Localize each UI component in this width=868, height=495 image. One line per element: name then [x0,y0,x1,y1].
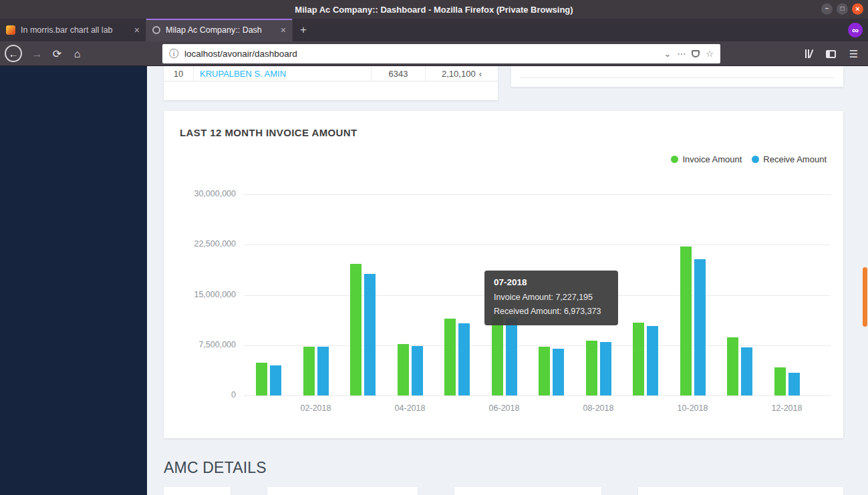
tooltip-title: 07-2018 [494,277,609,287]
bar-09-2018-invoice[interactable] [633,323,644,395]
customer-table-card: 10 KRUPALBEN S. AMIN 6343 2,10,100 ‹ [164,66,498,100]
bar-08-2018-invoice[interactable] [586,341,597,395]
pocket-icon[interactable] [692,50,700,57]
amc-card-fragment [454,487,601,495]
tab-favicon [152,26,160,34]
bar-03-2018-invoice[interactable] [350,264,361,395]
bar-07-2018-invoice[interactable] [539,347,550,395]
tab-close-icon[interactable]: × [134,25,140,35]
tooltip-invoice-line: Invoice Amount: 7,227,195 [494,291,609,305]
app-sidebar [0,66,147,495]
bar-04-2018-invoice[interactable] [398,344,409,395]
top-right-card [511,66,843,87]
bar-11-2018-receive[interactable] [741,347,752,395]
x-axis-label: 06-2018 [478,403,531,413]
bar-10-2018-invoice[interactable] [680,246,692,395]
home-button[interactable]: ⌂ [68,45,86,63]
bar-08-2018-receive[interactable] [600,342,611,395]
bar-01-2018-receive[interactable] [270,365,281,395]
page-content: 10 KRUPALBEN S. AMIN 6343 2,10,100 ‹ LAS… [0,66,868,495]
table-row: 10 KRUPALBEN S. AMIN 6343 2,10,100 ‹ [164,66,498,81]
row-divider [520,77,835,78]
chevron-down-icon[interactable]: ⌄ [664,49,671,59]
chart-card: LAST 12 MONTH INVOICE AMOUNT Invoice Amo… [164,111,843,438]
site-info-icon[interactable]: ⓘ [169,48,178,60]
url-input[interactable]: localhost/avonair/dashboard [184,49,658,59]
bar-07-2018-receive[interactable] [553,349,564,395]
x-axis-label: 02-2018 [289,403,343,413]
amount-trailing-icon: ‹ [479,69,482,79]
scrollbar-thumb[interactable] [863,267,867,327]
customer-name-link[interactable]: KRUPALBEN S. AMIN [194,66,372,81]
y-axis-label: 30,000,000 [164,189,236,198]
tab-milap-dashboard[interactable]: Milap Ac Company:: Dash × [146,19,293,41]
bookmark-star-icon[interactable]: ☆ [706,49,714,59]
window-controls: – □ × [821,3,863,15]
amount-value: 2,10,100 [442,69,476,79]
new-tab-button[interactable]: + [293,19,314,41]
window-titlebar: Milap Ac Company:: Dashboard - Mozilla F… [0,0,868,19]
amc-card-fragment [638,487,843,495]
amc-card-fragment [164,487,231,495]
private-browsing-icon: ∞ [848,23,863,37]
bar-12-2018-receive[interactable] [788,373,800,395]
bar-06-2018-receive[interactable] [506,318,517,395]
tab-close-icon[interactable]: × [281,25,286,35]
bar-10-2018-receive[interactable] [694,259,706,395]
page-actions-icon[interactable]: ⋯ [677,49,686,59]
minimize-button[interactable]: – [821,3,833,15]
row-code-cell: 6343 [372,66,426,81]
bar-01-2018-invoice[interactable] [256,363,267,395]
nav-toolbar: ← → ⟳ ⌂ ⓘ localhost/avonair/dashboard ⌄ … [0,41,868,66]
amc-card-fragment [267,487,418,495]
y-axis-label: 22,500,000 [164,239,236,249]
window-title: Milap Ac Company:: Dashboard - Mozilla F… [295,5,573,15]
menu-button[interactable]: ☰ [845,45,863,63]
bar-03-2018-receive[interactable] [364,274,376,395]
y-axis-label: 7,500,000 [164,340,236,349]
bar-12-2018-invoice[interactable] [774,367,786,395]
chart-tooltip: 07-2018 Invoice Amount: 7,227,195 Receiv… [484,271,618,325]
tooltip-received-line: Received Amount: 6,973,373 [494,305,609,319]
bar-09-2018-receive[interactable] [647,326,658,395]
bar-06-2018-invoice[interactable] [492,315,503,395]
reload-button[interactable]: ⟳ [48,45,66,63]
y-axis-label: 0 [164,390,236,399]
gridline [244,244,831,245]
library-button[interactable] [799,45,817,63]
x-axis-label: 08-2018 [572,403,625,413]
maximize-button[interactable]: □ [837,3,848,15]
y-axis-label: 15,000,000 [164,290,236,299]
close-button[interactable]: × [852,3,863,15]
tab-label: In morris.bar chart all lab [21,25,129,35]
url-bar[interactable]: ⓘ localhost/avonair/dashboard ⌄ ⋯ ☆ [162,44,720,63]
sidebar-toggle-button[interactable] [822,45,840,63]
row-index-cell: 10 [164,66,194,81]
x-axis-label: 10-2018 [666,403,720,413]
x-axis-label: 04-2018 [384,403,437,413]
row-amount-cell: 2,10,100 ‹ [426,66,498,81]
tab-morris-chart[interactable]: In morris.bar chart all lab × [0,19,146,41]
tab-bar: In morris.bar chart all lab × Milap Ac C… [0,19,868,41]
browser-window: Milap Ac Company:: Dashboard - Mozilla F… [0,0,868,495]
sidebar-icon [826,50,836,58]
x-axis-label: 12-2018 [760,403,814,413]
tab-favicon [6,25,15,35]
bar-11-2018-invoice[interactable] [727,337,738,395]
back-button[interactable]: ← [5,45,22,62]
gridline [244,345,831,346]
bar-02-2018-invoice[interactable] [303,347,315,395]
bar-02-2018-receive[interactable] [317,347,329,395]
bar-05-2018-receive[interactable] [458,323,470,395]
gridline [244,194,831,195]
forward-button[interactable]: → [28,45,46,63]
bar-05-2018-invoice[interactable] [444,319,456,395]
tab-label: Milap Ac Company:: Dash [166,25,275,35]
gridline [244,395,831,396]
bar-04-2018-receive[interactable] [412,346,423,395]
section-heading-amc-details: AMC DETAILS [164,459,267,477]
library-icon [805,49,812,58]
